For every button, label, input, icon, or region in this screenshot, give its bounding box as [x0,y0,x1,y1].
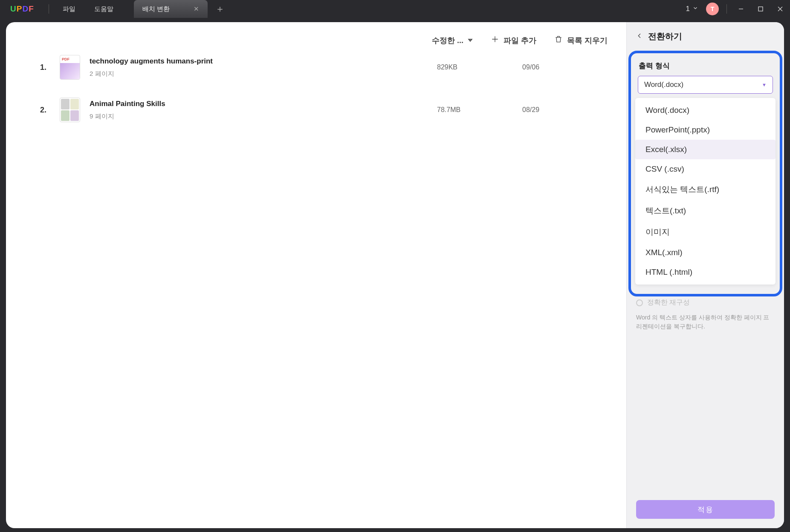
file-name: technology augments humans-print [90,57,437,66]
format-dropdown: Word(.docx) PowerPoint(.pptx) Excel(.xls… [635,98,776,285]
format-combobox[interactable]: Word(.docx) ▼ [638,76,773,94]
format-option-docx[interactable]: Word(.docx) [635,101,776,120]
panel-title: 전환하기 [648,31,682,42]
layout-description: Word 의 텍스트 상자를 사용하여 정확한 페이지 프리젠테이션을 복구합니… [627,309,784,335]
clear-list-label: 목록 지우기 [567,35,608,46]
app-body: 수정한 ... 파일 추가 목록 지우기 1. PDF technology [6,22,784,528]
apply-button[interactable]: 적용 [636,500,775,519]
file-row[interactable]: 2. Animal Painting Skills 9 페이지 78.7MB 0… [40,98,608,122]
tab-count: 1 [686,5,690,13]
clear-list-button[interactable]: 목록 지우기 [554,35,608,46]
menu-file[interactable]: 파일 [53,5,85,13]
format-option-html[interactable]: HTML (.html) [635,262,776,282]
trash-icon [554,35,563,46]
file-pages: 2 페이지 [90,70,437,78]
file-index: 1. [40,63,60,72]
app-logo: UPDF [0,4,44,14]
sort-dropdown[interactable]: 수정한 ... [432,35,473,46]
format-selected: Word(.docx) [644,81,683,89]
add-file-label: 파일 추가 [504,35,536,46]
close-icon[interactable]: ✕ [194,5,199,13]
format-label: 출력 형식 [631,53,780,76]
sort-label: 수정한 ... [432,35,463,46]
minimize-button[interactable] [731,2,751,16]
file-toolbar: 수정한 ... 파일 추가 목록 지우기 [6,35,626,55]
new-tab-button[interactable]: ＋ [215,3,225,15]
file-size: 829KB [437,63,522,71]
side-panel: 전환하기 출력 형식 Word(.docx) ▼ Word(.docx) Pow… [626,22,784,528]
layout-radio-exact[interactable]: 정확한 재구성 [627,296,784,309]
file-thumbnail: PDF [60,55,80,80]
format-option-rtf[interactable]: 서식있는 텍스트(.rtf) [635,179,776,200]
file-list: 1. PDF technology augments humans-print … [6,55,626,122]
file-date: 09/06 [522,63,608,71]
file-index: 2. [40,106,60,115]
back-icon[interactable] [636,32,643,41]
file-name: Animal Painting Skills [90,100,437,108]
triangle-down-icon [468,36,473,45]
radio-icon [636,299,643,306]
avatar[interactable]: T [706,3,719,15]
file-pages: 9 페이지 [90,112,437,121]
triangle-down-icon: ▼ [762,82,767,87]
file-info: Animal Painting Skills 9 페이지 [90,100,437,121]
divider [726,4,727,14]
svg-rect-1 [758,7,763,11]
main-area: 수정한 ... 파일 추가 목록 지우기 1. PDF technology [6,22,626,528]
format-option-xml[interactable]: XML(.xml) [635,243,776,262]
format-option-csv[interactable]: CSV (.csv) [635,159,776,179]
file-date: 08/29 [522,106,608,114]
tab-batch-convert[interactable]: 배치 변환 ✕ [134,0,208,18]
titlebar: UPDF 파일 도움말 배치 변환 ✕ ＋ 1 T [0,0,790,18]
format-option-pptx[interactable]: PowerPoint(.pptx) [635,120,776,140]
panel-header: 전환하기 [627,22,784,51]
maximize-button[interactable] [751,2,770,16]
file-row[interactable]: 1. PDF technology augments humans-print … [40,55,608,80]
tab-label: 배치 변환 [142,5,170,13]
chevron-down-icon[interactable] [692,5,698,13]
file-info: technology augments humans-print 2 페이지 [90,57,437,78]
file-thumbnail [60,98,80,122]
file-size: 78.7MB [437,106,522,114]
close-window-button[interactable] [770,2,790,16]
format-option-image[interactable]: 이미지 [635,221,776,243]
add-file-button[interactable]: 파일 추가 [491,35,536,46]
divider [49,4,49,14]
menu-help[interactable]: 도움말 [85,5,123,13]
radio-label: 정확한 재구성 [647,298,690,307]
format-option-xlsx[interactable]: Excel(.xlsx) [635,140,776,159]
output-format-section: 출력 형식 Word(.docx) ▼ Word(.docx) PowerPoi… [628,51,782,296]
format-option-txt[interactable]: 텍스트(.txt) [635,200,776,221]
plus-icon [491,35,499,46]
pdf-badge: PDF [60,55,80,63]
